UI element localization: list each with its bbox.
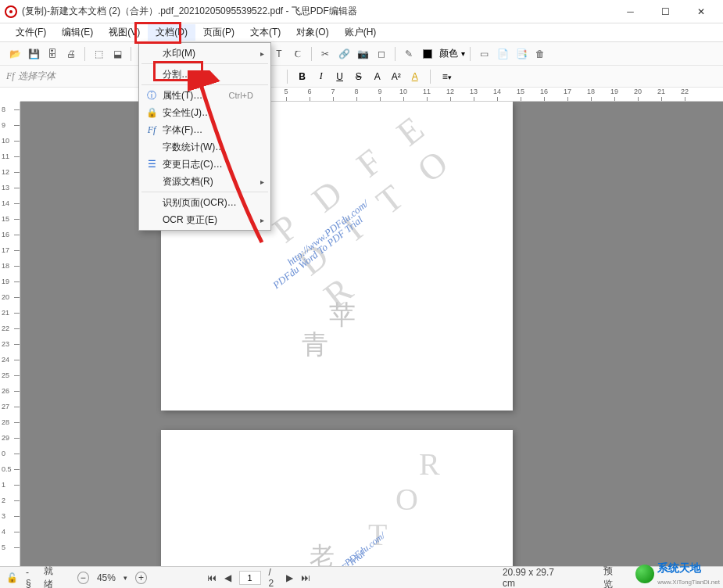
globe-icon — [635, 565, 654, 583]
menu-text[interactable]: 文本(T) — [242, 24, 288, 41]
ruler-horizontal: -0.5012345678910111213141516171819202122 — [20, 88, 723, 102]
font-icon: Ff — [144, 124, 159, 136]
work-area: 8910111213141516171819202122232425262728… — [0, 102, 723, 566]
watermark-url: http://www.PDFdu.com/ — [285, 198, 371, 269]
watermark-editor: P D F E D I T O R — [265, 102, 526, 316]
logo-main: 系统天地 — [657, 561, 701, 574]
watermark-trial2: PDF Trial — [330, 548, 367, 566]
menu-security[interactable]: 🔒安全性(J)… — [141, 104, 269, 121]
menu-wordcount[interactable]: 字数统计(W)… — [141, 138, 269, 156]
tool-link-icon[interactable]: 🔗 — [335, 45, 353, 63]
page-next-button[interactable]: ▶ — [286, 572, 293, 583]
watermark-t: T — [368, 516, 387, 553]
menu-view[interactable]: 视图(V) — [101, 24, 148, 41]
menu-file[interactable]: 文件(F) — [8, 24, 54, 41]
page1-char1: 苹 — [329, 297, 356, 333]
color-label: 颜色 — [439, 47, 458, 60]
close-button[interactable]: ✕ — [683, 1, 718, 23]
tool-eyedropper-icon[interactable]: ✎ — [400, 45, 417, 63]
page-current-input[interactable] — [239, 571, 261, 585]
status-bar: 🔓 - § 就绪 − 45% ▾ + ⏮ ◀ / 2 ▶ ⏭ 20.99 x 2… — [0, 566, 723, 588]
open-icon[interactable]: 📂 — [6, 45, 23, 63]
menu-account[interactable]: 账户(H) — [337, 24, 385, 41]
tool-camera-icon[interactable]: 📷 — [354, 45, 371, 63]
watermark-r: R — [419, 446, 440, 482]
menu-object[interactable]: 对象(O) — [288, 24, 336, 41]
smallcaps-button[interactable]: A — [370, 71, 385, 82]
fontcolor-button[interactable]: A — [408, 71, 422, 82]
tool-insert-icon[interactable]: 📄 — [494, 45, 511, 63]
save-icon[interactable]: 💾 — [25, 45, 42, 63]
list-icon: ☰ — [144, 159, 159, 170]
watermark-trial: PDFdu Word To PDF Trial — [270, 213, 365, 292]
page-prev-button[interactable]: ◀ — [224, 572, 231, 583]
menu-ocr-recognize[interactable]: 识别页面(OCR)… — [141, 194, 269, 211]
menu-edit[interactable]: 编辑(E) — [54, 24, 101, 41]
watermark-url2: PDFdu.com/ — [342, 530, 388, 566]
maximize-button[interactable]: ☐ — [648, 1, 683, 23]
page-width-icon[interactable]: ⬓ — [109, 45, 126, 63]
page-fit-icon[interactable]: ⬚ — [90, 45, 107, 63]
menu-ocr-correct[interactable]: OCR 更正(E)▸ — [141, 211, 269, 228]
menu-properties[interactable]: ⓘ属性(T)…Ctrl+D — [141, 87, 269, 104]
zoom-in-button[interactable]: + — [135, 572, 147, 584]
zoom-level[interactable]: 45% — [97, 572, 116, 583]
italic-button[interactable]: I — [314, 70, 328, 82]
menu-changelog[interactable]: ☰变更日志(C)… — [141, 156, 269, 173]
status-ready: 就绪 — [44, 565, 62, 589]
status-bullet: - § — [26, 567, 36, 589]
underline-button[interactable]: U — [333, 71, 347, 82]
toolbar: 📂 💾 🗄 🖨 ⬚ ⬓ T Ꞇ ✂ 🔗 📷 ◻ ✎ 颜色 ▾ ▭ 📄 📑 🗑 — [0, 42, 723, 66]
tool-crop-icon[interactable]: ✂ — [317, 45, 334, 63]
minimize-button[interactable]: ─ — [613, 1, 648, 23]
document-canvas[interactable]: P D F E D I T O R http://www.PDFdu.com/ … — [20, 102, 723, 566]
menu-split[interactable]: 分割… — [141, 66, 269, 83]
font-picker[interactable]: Ff选择字体 — [6, 70, 55, 83]
strike-button[interactable]: S — [352, 71, 366, 82]
zoom-out-button[interactable]: − — [77, 572, 89, 584]
tool-text-icon[interactable]: T — [270, 45, 288, 63]
print-icon[interactable]: 🖨 — [63, 45, 80, 63]
lineheight-button[interactable]: ≡▾ — [438, 71, 456, 82]
menu-fonts[interactable]: Ff字体(F)… — [141, 121, 269, 138]
title-bar: (复制)-新建文本文档 (2)（合并）.pdf_2021020509553952… — [0, 0, 723, 23]
site-logo: 系统天地 www.XiTongTianDi.net — [635, 561, 720, 586]
logo-sub: www.XiTongTianDi.net — [657, 579, 720, 586]
ruler-vertical: 8910111213141516171819202122232425262728… — [0, 102, 20, 566]
page-size: 20.99 x 29.7 cm — [503, 567, 565, 589]
tool-delete-icon[interactable]: 🗑 — [532, 45, 549, 63]
page-total: / 2 — [269, 567, 279, 589]
bold-button[interactable]: B — [295, 71, 310, 82]
window-title: (复制)-新建文本文档 (2)（合并）.pdf_2021020509553952… — [22, 5, 613, 18]
font-bar: Ff选择字体 B I U S A A² A ≡▾ — [0, 66, 723, 88]
tool-textbox-icon[interactable]: Ꞇ — [289, 45, 306, 63]
menu-watermark[interactable]: 水印(M)▸ — [141, 45, 269, 62]
menu-page[interactable]: 页面(P) — [195, 24, 242, 41]
document-dropdown: 水印(M)▸ 分割… ⓘ属性(T)…Ctrl+D 🔒安全性(J)… Ff字体(F… — [138, 42, 271, 231]
superscript-button[interactable]: A² — [389, 71, 403, 82]
window-controls: ─ ☐ ✕ — [613, 1, 718, 23]
menu-resources[interactable]: 资源文档(R)▸ — [141, 173, 269, 190]
watermark-o: O — [396, 481, 418, 518]
app-icon — [5, 5, 17, 18]
page1-char2: 青 — [302, 327, 328, 363]
tool-redact-icon[interactable]: ▭ — [475, 45, 492, 63]
menu-document[interactable]: 文档(D) — [148, 24, 195, 41]
pdf-page-2: R O T PDFdu.com/ PDF Trial 老 — [161, 430, 513, 566]
page2-char1: 老 — [310, 540, 335, 566]
page-first-button[interactable]: ⏮ — [207, 572, 217, 583]
color-swatch[interactable] — [419, 45, 436, 63]
menu-bar: 文件(F) 编辑(E) 视图(V) 文档(D) 页面(P) 文本(T) 对象(O… — [0, 23, 723, 42]
lock-status-icon: 🔓 — [6, 572, 18, 583]
tool-extract-icon[interactable]: 📑 — [513, 45, 530, 63]
tool-shape-icon[interactable]: ◻ — [373, 45, 390, 63]
lock-icon: 🔒 — [144, 107, 159, 118]
saveas-icon[interactable]: 🗄 — [44, 45, 61, 63]
preview-label[interactable]: 预览 — [603, 565, 621, 589]
page-last-button[interactable]: ⏭ — [301, 572, 310, 583]
info-icon: ⓘ — [144, 89, 159, 102]
